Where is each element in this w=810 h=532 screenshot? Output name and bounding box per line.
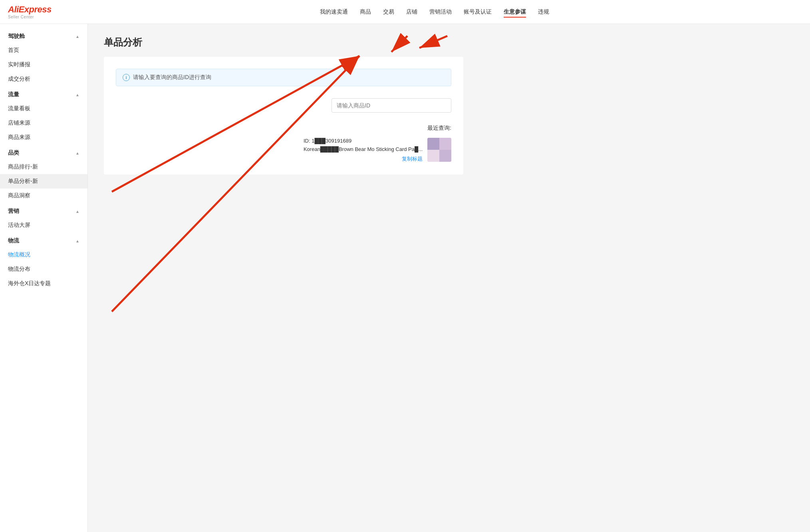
content-card: i 请输入要查询的商品ID进行查询 最近查询: ID: 1███30919168… (104, 57, 463, 175)
thumb-cell-3 (427, 150, 439, 162)
sidebar-item-home[interactable]: 首页 (0, 43, 87, 58)
thumb-cell-1 (427, 138, 439, 150)
thumbnail-grid (427, 138, 451, 162)
recent-label: 最近查询: (116, 125, 451, 132)
info-banner: i 请输入要查询的商品ID进行查询 (116, 69, 451, 86)
sidebar-group-category-label: 品类 (8, 149, 19, 157)
sidebar-group-cockpit-label: 驾驶舱 (8, 33, 25, 40)
product-thumbnail (427, 138, 451, 162)
logo: AliExpress (8, 4, 52, 15)
product-info: ID: 1███309191689 Korean█████Brown Bear … (304, 138, 423, 163)
chevron-up-icon-4: ▲ (75, 209, 79, 214)
nav-item-2[interactable]: 交易 (383, 6, 394, 18)
header: AliExpress Seller Center 我的速卖通 商品 交易 店铺 … (0, 0, 810, 24)
sidebar-item-logistics-overview[interactable]: 物流概况 (0, 248, 87, 262)
nav-item-4[interactable]: 营销活动 (429, 6, 452, 18)
nav-item-6[interactable]: 生意参谋 (504, 6, 526, 18)
nav-item-7[interactable]: 违规 (538, 6, 549, 18)
nav-item-3[interactable]: 店铺 (406, 6, 417, 18)
sidebar-item-traffic-board[interactable]: 流量看板 (0, 101, 87, 116)
chevron-up-icon-5: ▲ (75, 239, 79, 243)
copy-title-link[interactable]: 复制标题 (304, 155, 423, 163)
main-nav: 我的速卖通 商品 交易 店铺 营销活动 账号及认证 生意参谋 违规 (68, 6, 802, 18)
sidebar-group-logistics[interactable]: 物流 ▲ (0, 232, 87, 248)
sidebar-item-realtime[interactable]: 实时播报 (0, 58, 87, 72)
sidebar-item-product-ranking[interactable]: 商品排行-新 (0, 160, 87, 174)
layout: 驾驶舱 ▲ 首页 实时播报 成交分析 流量 ▲ 流量看板 店铺来源 商品来源 品… (0, 24, 810, 532)
sidebar-item-product-source[interactable]: 商品来源 (0, 130, 87, 145)
sidebar-item-store-source[interactable]: 店铺来源 (0, 116, 87, 130)
info-icon: i (123, 74, 130, 81)
recent-section: 最近查询: ID: 1███309191689 Korean█████Brown… (116, 125, 451, 163)
sidebar-item-product-insight[interactable]: 商品洞察 (0, 189, 87, 203)
sidebar-group-marketing[interactable]: 营销 ▲ (0, 203, 87, 218)
page-title: 单品分析 (104, 36, 794, 49)
product-id-input[interactable] (332, 98, 451, 113)
sidebar-group-traffic[interactable]: 流量 ▲ (0, 86, 87, 101)
info-banner-text: 请输入要查询的商品ID进行查询 (133, 74, 211, 81)
recent-item: ID: 1███309191689 Korean█████Brown Bear … (116, 138, 451, 163)
sidebar-group-category[interactable]: 品类 ▲ (0, 145, 87, 160)
nav-item-0[interactable]: 我的速卖通 (320, 6, 348, 18)
sidebar-group-logistics-label: 物流 (8, 237, 19, 244)
product-id: ID: 1███309191689 (304, 138, 423, 144)
chevron-up-icon: ▲ (75, 34, 79, 39)
logo-subtitle: Seller Center (8, 15, 52, 19)
sidebar-item-activity-screen[interactable]: 活动大屏 (0, 218, 87, 232)
sidebar-group-traffic-label: 流量 (8, 91, 19, 98)
thumb-cell-2 (439, 138, 451, 150)
logo-area: AliExpress Seller Center (8, 4, 52, 19)
product-name: Korean█████Brown Bear Mo Sticking Card P… (304, 146, 423, 152)
sidebar-item-single-product[interactable]: 单品分析-新 (0, 174, 87, 189)
sidebar-group-marketing-label: 营销 (8, 208, 19, 215)
thumb-cell-4 (439, 150, 451, 162)
chevron-up-icon-2: ▲ (75, 93, 79, 97)
sidebar-group-cockpit[interactable]: 驾驶舱 ▲ (0, 28, 87, 43)
logo-text: AliExpress (8, 4, 52, 14)
sidebar: 驾驶舱 ▲ 首页 实时播报 成交分析 流量 ▲ 流量看板 店铺来源 商品来源 品… (0, 24, 88, 532)
nav-item-1[interactable]: 商品 (360, 6, 371, 18)
chevron-up-icon-3: ▲ (75, 151, 79, 155)
sidebar-item-logistics-distribution[interactable]: 物流分布 (0, 262, 87, 276)
search-section (116, 98, 451, 113)
main-content: 单品分析 i 请输入要查询的商品ID进行查询 最近查询: ID: 1███309… (88, 24, 810, 532)
sidebar-item-overseas-warehouse[interactable]: 海外仓X日达专题 (0, 276, 87, 291)
sidebar-item-transaction[interactable]: 成交分析 (0, 72, 87, 86)
nav-item-5[interactable]: 账号及认证 (464, 6, 492, 18)
